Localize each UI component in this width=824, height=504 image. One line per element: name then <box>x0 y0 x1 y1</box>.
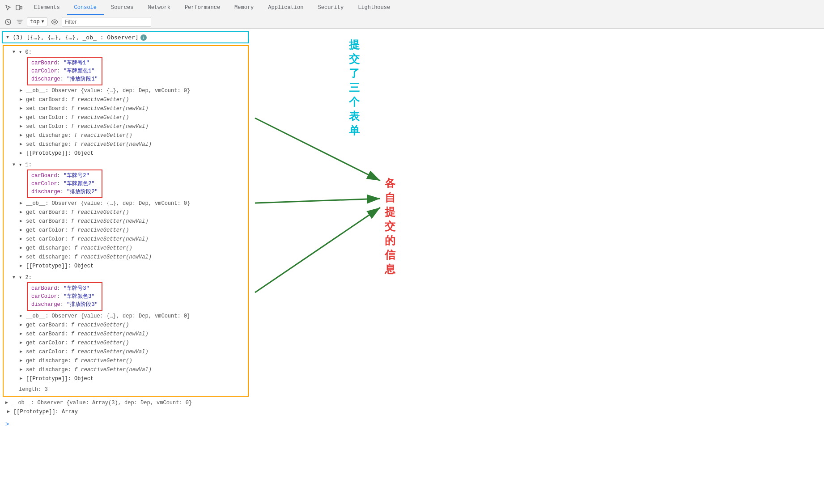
tab-sources[interactable]: Sources <box>104 0 140 15</box>
item2-ob[interactable]: __ob__: Observer {value: {…}, dep: Dep, … <box>4 312 248 321</box>
item2-highlighted: carBoard: "车牌号3" carColor: "车牌颜色3" disch… <box>27 282 102 311</box>
item0-get-discharge-toggle[interactable] <box>20 131 26 140</box>
item0-prototype[interactable]: [[Prototype]]: Object <box>4 149 248 158</box>
item1-set-discharge[interactable]: set discharge: f reactiveSetter(newVal) <box>4 253 248 262</box>
chevron-down-icon: ▼ <box>42 19 44 24</box>
item0-ob[interactable]: __ob__: Observer {value: {…}, dep: Dep, … <box>4 86 248 95</box>
item0-discharge: discharge: "排放阶段1" <box>31 75 98 83</box>
item2-discharge: discharge: "排放阶段3" <box>31 301 98 309</box>
item2-get-carboard[interactable]: get carBoard: f reactiveGetter() <box>4 321 248 330</box>
info-icon[interactable]: i <box>140 34 147 41</box>
item1-toggle[interactable] <box>13 161 19 169</box>
item2-get-discharge[interactable]: get discharge: f reactiveGetter() <box>4 356 248 365</box>
item1-discharge: discharge: "排放阶段2" <box>31 188 98 196</box>
svg-line-7 <box>255 199 380 203</box>
context-selector[interactable]: top ▼ <box>27 17 47 26</box>
arrow-svg <box>251 29 824 503</box>
item1-highlighted: carBoard: "车牌号2" carColor: "车牌颜色2" disch… <box>27 169 102 198</box>
item0-carboard: carBoard: "车牌号1" <box>31 59 98 67</box>
item2-set-carboard[interactable]: set carBoard: f reactiveSetter(newVal) <box>4 330 248 339</box>
item2-toggle[interactable] <box>13 274 19 282</box>
item2-set-carcolor[interactable]: set carColor: f reactiveSetter(newVal) <box>4 347 248 356</box>
clear-console-icon[interactable] <box>4 17 13 26</box>
console-prompt[interactable]: > <box>2 420 249 429</box>
svg-rect-0 <box>16 5 20 10</box>
item0-get-carcolor-toggle[interactable] <box>20 114 26 122</box>
prompt-symbol: > <box>5 421 9 428</box>
item0-highlighted: carBoard: "车牌号1" carColor: "车牌颜色1" disch… <box>27 57 102 85</box>
item0-proto-toggle[interactable] <box>20 149 26 157</box>
item0-get-carboard[interactable]: get carBoard: f reactiveGetter() <box>4 95 248 104</box>
item0-set-discharge[interactable]: set discharge: f reactiveSetter(newVal) <box>4 140 248 149</box>
item2-carcolor: carColor: "车牌颜色3" <box>31 292 98 301</box>
tab-security[interactable]: Security <box>311 0 351 15</box>
device-icon[interactable] <box>14 3 23 12</box>
item1-ob-toggle[interactable] <box>20 199 26 208</box>
item-0-header[interactable]: ▾ 0: <box>4 48 248 57</box>
item1-set-carcolor[interactable]: set carColor: f reactiveSetter(newVal) <box>4 235 248 244</box>
item-1-header[interactable]: ▾ 1: <box>4 161 248 169</box>
item1-get-carcolor[interactable]: get carColor: f reactiveGetter() <box>4 226 248 235</box>
item0-get-carboard-toggle[interactable] <box>20 96 26 104</box>
tab-elements[interactable]: Elements <box>27 0 67 15</box>
array-prototype-line[interactable]: [[Prototype]]: Array <box>4 407 249 416</box>
console-panel: ▾ 0: carBoard: "车牌号1" carColor: "车牌颜色1" … <box>3 45 249 397</box>
item2-set-discharge[interactable]: set discharge: f reactiveSetter(newVal) <box>4 365 248 374</box>
item2-carboard: carBoard: "车牌号3" <box>31 284 98 292</box>
svg-point-4 <box>54 21 55 23</box>
item0-ob-toggle[interactable] <box>20 87 26 95</box>
tab-network[interactable]: Network <box>140 0 177 15</box>
item1-carboard: carBoard: "车牌号2" <box>31 172 98 180</box>
item0-get-carcolor[interactable]: get carColor: f reactiveGetter() <box>4 113 248 122</box>
item0-set-discharge-toggle[interactable] <box>20 140 26 148</box>
svg-line-6 <box>255 118 380 181</box>
item-2-header[interactable]: ▾ 2: <box>4 273 248 282</box>
item0-set-carcolor-toggle[interactable] <box>20 123 26 131</box>
item0-get-discharge[interactable]: get discharge: f reactiveGetter() <box>4 131 248 140</box>
annotation-area: 提交了三个表单 各自提交的信息 <box>251 29 824 504</box>
item1-prototype[interactable]: [[Prototype]]: Object <box>4 262 248 271</box>
item1-set-carboard[interactable]: set carBoard: f reactiveSetter(newVal) <box>4 217 248 226</box>
filter-icon[interactable] <box>15 17 24 26</box>
item2-get-carcolor[interactable]: get carColor: f reactiveGetter() <box>4 339 248 347</box>
svg-line-8 <box>255 208 380 292</box>
tab-application[interactable]: Application <box>261 0 310 15</box>
item0-set-carboard[interactable]: set carBoard: f reactiveSetter(newVal) <box>4 104 248 113</box>
console-toolbar: top ▼ <box>0 15 824 29</box>
filter-input[interactable] <box>62 17 151 27</box>
svg-line-3 <box>7 21 9 23</box>
item1-get-carboard[interactable]: get carBoard: f reactiveGetter() <box>4 208 248 217</box>
devtools-tabbar: Elements Console Sources Network Perform… <box>0 0 824 15</box>
item2-prototype[interactable]: [[Prototype]]: Object <box>4 374 248 383</box>
array-header-box: (3) [{…}, {…}, {…}, _ob_ : Observer] i <box>2 31 249 43</box>
console-area: (3) [{…}, {…}, {…}, _ob_ : Observer] i ▾… <box>0 29 824 504</box>
array-header-text: (3) [{…}, {…}, {…}, _ob_ : Observer] <box>13 34 139 41</box>
array-ob[interactable]: __ob__: Observer {value: Array(3), dep: … <box>4 398 249 416</box>
item0-carcolor: carColor: "车牌颜色1" <box>31 67 98 75</box>
item0-toggle[interactable] <box>13 48 19 56</box>
tab-lighthouse[interactable]: Lighthouse <box>351 0 397 15</box>
item1-get-discharge[interactable]: get discharge: f reactiveGetter() <box>4 244 248 253</box>
tab-bar: Elements Console Sources Network Perform… <box>27 0 397 15</box>
inspect-icon[interactable] <box>4 3 13 12</box>
item0-set-carboard-toggle[interactable] <box>20 105 26 113</box>
context-label: top <box>30 19 40 25</box>
array-length: length: 3 <box>4 385 248 394</box>
tab-console[interactable]: Console <box>67 0 104 15</box>
item0-set-carcolor[interactable]: set carColor: f reactiveSetter(newVal) <box>4 122 248 131</box>
item1-carcolor: carColor: "车牌颜色2" <box>31 180 98 188</box>
array-ob-line[interactable]: __ob__: Observer {value: Array(3), dep: … <box>4 398 249 407</box>
devtools-icons <box>4 3 23 12</box>
tab-memory[interactable]: Memory <box>227 0 261 15</box>
item1-ob[interactable]: __ob__: Observer {value: {…}, dep: Dep, … <box>4 199 248 208</box>
tab-performance[interactable]: Performance <box>178 0 227 15</box>
svg-rect-1 <box>20 6 22 9</box>
array-toggle[interactable] <box>6 35 13 40</box>
eye-icon[interactable] <box>50 17 59 26</box>
